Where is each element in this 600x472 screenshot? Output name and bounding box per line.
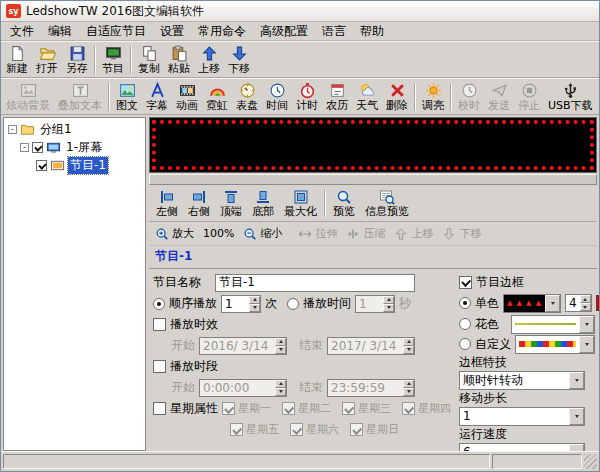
align-right-button[interactable]: 右侧 [183,188,215,219]
tree-screen-label[interactable]: 1-屏幕 [64,139,104,156]
program-item-icon [50,158,65,173]
dropdown-arrow-icon[interactable] [569,408,584,425]
menu-edit[interactable]: 编辑 [41,22,79,40]
preview-horizontal-scrollbar[interactable] [149,174,597,185]
led-screen[interactable] [152,120,594,170]
spin-up-button[interactable] [249,296,260,304]
save-as-label: 另存 [66,63,88,75]
border-size-spinner[interactable]: 4 [565,294,592,312]
play-time-radio[interactable] [287,298,299,310]
dial-button[interactable]: 表盘 [232,81,262,113]
info-preview-button[interactable]: 信息预览 [360,188,414,219]
menu-common-commands[interactable]: 常用命令 [191,22,253,40]
tree-program-row[interactable]: 节目-1 [4,156,145,174]
overlay-text-button: 叠加文本 [54,81,106,113]
single-color-radio[interactable] [459,297,471,309]
new-button[interactable]: 新建 [2,44,32,76]
resize-grip[interactable] [584,454,597,469]
tree-group-label[interactable]: 分组1 [38,121,74,138]
sync-time-button: 校时 [454,81,484,113]
menu-settings[interactable]: 设置 [153,22,191,40]
zoom-percent-value[interactable]: 100% [199,225,238,242]
dropdown-arrow-icon[interactable] [545,295,560,312]
lunar-calendar-button[interactable]: 农历 [322,81,352,113]
zoom-in-button[interactable]: 放大 [151,224,198,243]
program-checkbox[interactable] [36,160,47,171]
layer-down-label: 下移 [459,226,481,241]
paste-button[interactable]: 粘贴 [164,44,194,76]
pattern-color-label: 花色 [475,316,507,333]
align-bottom-label: 底部 [252,206,274,218]
delete-label: 删除 [386,100,408,112]
dropdown-arrow-icon[interactable] [569,372,584,389]
play-count-unit: 次 [265,295,277,312]
neon-button[interactable]: 霓虹 [202,81,232,113]
menu-help[interactable]: 帮助 [353,22,391,40]
program-tab[interactable]: 节目-1 [149,246,597,269]
menu-language[interactable]: 语言 [315,22,353,40]
menu-adaptive-program[interactable]: 自适应节目 [79,22,153,40]
spin-down-button [275,346,286,354]
expander-icon[interactable]: - [8,125,17,134]
animation-button[interactable]: 动画 [172,81,202,113]
custom-pattern-dropdown[interactable] [515,335,595,354]
spin-down-button[interactable] [580,303,591,311]
menu-bar: 文件 编辑 自适应节目 设置 常用命令 高级配置 语言 帮助 [1,22,599,41]
usb-download-button[interactable]: USB下载 [544,81,597,113]
border-effect-dropdown[interactable]: 顺时针转动 [459,371,585,390]
tree-group-row[interactable]: - 分组1 [4,120,145,138]
program-name-input[interactable]: 节目-1 [215,274,415,292]
custom-color-radio[interactable] [459,338,471,350]
menu-file[interactable]: 文件 [3,22,41,40]
zoom-out-button[interactable]: 缩小 [239,224,286,243]
spin-up-button [275,338,286,346]
play-count-spinner[interactable]: 1 [221,295,261,313]
maximize-button[interactable]: 最大化 [279,188,322,219]
weekday-friday: 星期五 [230,422,286,437]
font-a-icon [149,82,166,99]
time-button[interactable]: 时间 [262,81,292,113]
period-checkbox[interactable] [153,360,166,373]
sequential-play-radio[interactable] [153,298,165,310]
tree-program-label[interactable]: 节目-1 [68,157,108,174]
move-down-button[interactable]: 下移 [224,44,254,76]
play-time-value: 1 [356,296,383,312]
expander-icon[interactable]: - [20,143,29,152]
move-step-dropdown[interactable]: 1 [459,407,585,426]
align-bottom-button[interactable]: 底部 [247,188,279,219]
weekday-label: 星期一 [238,401,271,416]
toolbar-separator [324,190,326,217]
timer-button[interactable]: 计时 [292,81,322,113]
brightness-button[interactable]: 调亮 [418,81,448,113]
graphic-text-button[interactable]: 图文 [112,81,142,113]
program-border-checkbox[interactable] [459,276,472,289]
validity-checkbox[interactable] [153,318,166,331]
arrow-up-icon [201,45,218,62]
copy-button[interactable]: 复制 [134,44,164,76]
program-button[interactable]: 节目 [98,44,128,76]
spin-down-button[interactable] [249,304,260,312]
spin-up-button[interactable] [580,295,591,303]
align-top-button[interactable]: 顶端 [215,188,247,219]
tree-screen-row[interactable]: - 1-屏幕 [4,138,145,156]
dropdown-arrow-icon[interactable] [579,336,594,353]
stretch-label: 拉伸 [315,226,337,241]
align-left-button[interactable]: 左侧 [151,188,183,219]
menu-advanced-config[interactable]: 高级配置 [253,22,315,40]
dropdown-arrow-icon[interactable] [579,316,594,333]
open-button[interactable]: 打开 [32,44,62,76]
preview-button[interactable]: 预览 [328,188,360,219]
pattern-color-radio[interactable] [459,318,471,330]
week-attribute-checkbox[interactable] [153,402,166,415]
save-as-button[interactable]: 另存 [62,44,92,76]
subtitle-button[interactable]: 字幕 [142,81,172,113]
single-pattern-dropdown[interactable] [503,294,561,313]
delete-button[interactable]: 删除 [382,81,412,113]
program-name-value: 节目-1 [219,274,255,291]
border-color-swatch[interactable] [596,295,600,311]
screen-checkbox[interactable] [32,142,43,153]
weather-button[interactable]: 天气 [352,81,382,113]
new-document-icon [9,45,26,62]
pattern-dropdown[interactable] [511,315,595,334]
move-up-button[interactable]: 上移 [194,44,224,76]
